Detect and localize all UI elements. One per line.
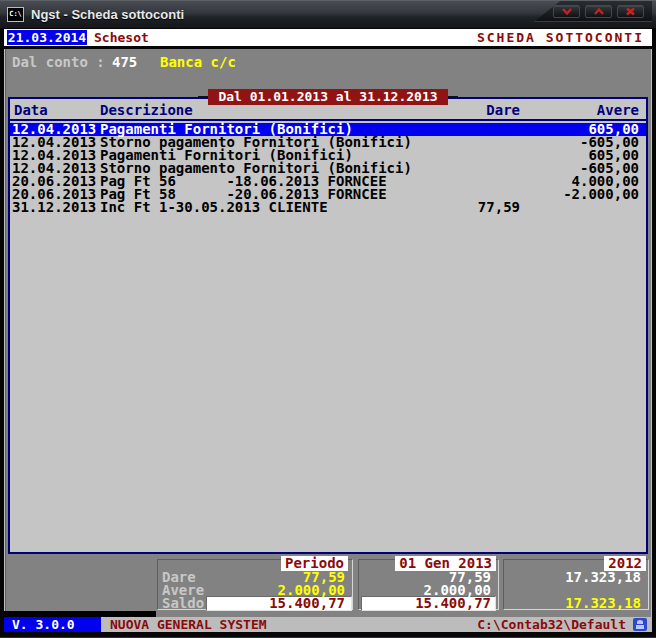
summary-panel-periodo: Periodo Dare Avere Saldo 77,59 2.000,00 … (157, 559, 353, 610)
range-tick-left (198, 96, 208, 98)
movements-table: Data Descrizione Dare Avere 12.04.2013 P… (8, 97, 648, 554)
status-bar: V. 3.0.0 NUOVA GENERAL SYSTEM C:\Contab3… (4, 617, 652, 632)
summary-row-label-saldo: Saldo (162, 597, 204, 610)
date-range-header: Dal 01.01.2013 al 31.12.2013 (208, 89, 448, 105)
minimize-button[interactable] (553, 5, 580, 18)
app-window: C:\ Ngst - Scheda sottoconti 21.03.2014 (0, 0, 656, 638)
periodo-saldo-value: 15.400,77 (269, 597, 345, 610)
y2012-saldo-value: 17.323,18 (565, 597, 641, 610)
status-tray-icon[interactable] (633, 618, 647, 631)
account-code: 475 (112, 55, 137, 70)
column-header-data: Data (14, 99, 48, 121)
window-title: Ngst - Scheda sottoconti (31, 7, 184, 22)
range-tick-right (448, 96, 458, 98)
data-path: C:\Contab32\Default (477, 617, 626, 632)
close-icon (625, 7, 636, 16)
header-bar: 21.03.2014 Schesot SCHEDA SOTTOCONTI (4, 29, 652, 46)
maximize-button[interactable] (585, 5, 612, 18)
gen-saldo-value: 15.400,77 (415, 597, 491, 610)
title-bar[interactable]: C:\ Ngst - Scheda sottoconti (0, 1, 656, 28)
current-date: 21.03.2014 (7, 30, 87, 45)
table-body: 12.04.2013 Pagamenti Fornitori (Bonifici… (10, 123, 646, 214)
summary-panel-2012: 2012 17.323,18 17.323,18 (503, 559, 649, 610)
account-name: Banca c/c (160, 55, 236, 70)
column-header-descrizione: Descrizione (100, 99, 193, 121)
row-avere: -2.000,00 (563, 188, 639, 201)
company-name: NUOVA GENERAL SYSTEM (110, 617, 267, 632)
window-buttons-tray (534, 1, 652, 22)
version-badge: V. 3.0.0 (4, 617, 101, 632)
account-label: Dal conto : (12, 55, 105, 70)
column-header-avere: Avere (597, 99, 639, 121)
y2012-dare-value: 17.323,18 (565, 571, 641, 584)
program-name: Schesot (94, 30, 149, 45)
summary-panel-01-gen-2013: 01 Gen 2013 77,59 2.000,00 15.400,77 (358, 559, 499, 610)
screen-title: SCHEDA SOTTOCONTI (477, 30, 644, 45)
content-area: Dal conto : 475 Banca c/c Dal 01.01.2013… (4, 49, 652, 617)
row-dare: 77,59 (478, 201, 520, 214)
row-description: Inc Ft 1-30.05.2013 CLIENTE (100, 201, 328, 214)
close-button[interactable] (617, 5, 644, 18)
account-line: Dal conto : 475 Banca c/c (4, 55, 652, 70)
table-row[interactable]: 31.12.2013 Inc Ft 1-30.05.2013 CLIENTE 7… (10, 201, 646, 214)
column-header-dare: Dare (486, 99, 520, 121)
chevron-up-icon (593, 7, 605, 16)
row-date: 31.12.2013 (12, 201, 96, 214)
command-prompt-icon: C:\ (7, 7, 24, 22)
chevron-down-icon (561, 7, 573, 16)
